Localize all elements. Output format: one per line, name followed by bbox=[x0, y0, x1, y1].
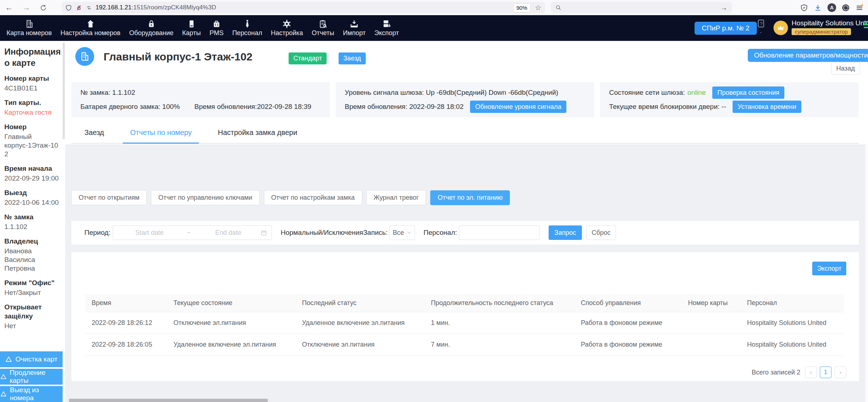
pocket-shield-icon[interactable] bbox=[800, 4, 808, 12]
nav-label: PMS bbox=[209, 29, 223, 37]
vertical-scrollbar-track[interactable] bbox=[865, 144, 868, 402]
nav-label: Настройка bbox=[271, 29, 303, 37]
reports-icon bbox=[318, 19, 328, 29]
nav-item-staff[interactable]: Персонал bbox=[228, 15, 267, 41]
record-type-select[interactable]: Все bbox=[389, 225, 415, 240]
nav-item-cards[interactable]: Карты bbox=[178, 15, 205, 41]
subtab-power-report[interactable]: Отчет по эл. питанию bbox=[430, 190, 510, 205]
subtab-key-management-report[interactable]: Отчет по управлению ключами bbox=[151, 190, 259, 205]
date-range-input[interactable]: Start date ~ End date bbox=[113, 225, 272, 240]
end-date-input[interactable]: End date bbox=[196, 229, 260, 237]
settings-gear-icon bbox=[282, 19, 292, 29]
nav-item-settings[interactable]: Настройка bbox=[267, 15, 307, 41]
url-bar[interactable]: 192.168.1.21:1515/room/zpCK48Mlyq4%3D 90… bbox=[62, 2, 545, 13]
nav-item-export[interactable]: Экспорт bbox=[370, 15, 403, 41]
import-icon bbox=[349, 19, 359, 29]
page-number-button[interactable]: 1 bbox=[820, 367, 831, 378]
nav-label: Оборудование bbox=[129, 29, 173, 37]
subtab-lock-settings-report[interactable]: Отчет по настройкам замка bbox=[264, 190, 362, 205]
subtab-openings-report[interactable]: Отчет по открытиям bbox=[71, 190, 147, 205]
nav-item-equipment[interactable]: Оборудование bbox=[125, 15, 178, 41]
set-time-button[interactable]: Установка времени bbox=[733, 101, 801, 113]
user-info[interactable]: Hospitality Solutions United суперадмини… bbox=[792, 19, 868, 35]
room-type-badge: Стандарт bbox=[289, 52, 327, 64]
tab-door-lock-settings[interactable]: Настройка замка двери bbox=[210, 122, 304, 144]
cards-icon bbox=[187, 19, 196, 29]
firefox-logo-icon[interactable] bbox=[842, 4, 850, 12]
field-checkout: Выезд 2022-10-06 14:00 bbox=[4, 188, 61, 207]
browser-reload-icon[interactable] bbox=[40, 4, 47, 11]
nav-item-import[interactable]: Импорт bbox=[339, 15, 370, 41]
clipped-menu-icon bbox=[864, 21, 868, 30]
nav-item-rooms-setup[interactable]: Настройка номеров bbox=[56, 15, 125, 41]
export-button[interactable]: Экспорт bbox=[812, 262, 846, 275]
search-icon bbox=[555, 4, 562, 11]
sidebar-scrollbar[interactable] bbox=[63, 42, 65, 139]
room-building-icon bbox=[75, 47, 94, 66]
battery-value: 100% bbox=[162, 103, 180, 111]
reset-button[interactable]: Сброс bbox=[586, 225, 616, 240]
nav-label: Отчеты bbox=[312, 29, 334, 37]
calendar-icon bbox=[260, 229, 267, 236]
svg-text:?: ? bbox=[760, 21, 762, 26]
door-block-value: -- bbox=[721, 103, 726, 111]
field-card-type: Тип карты. Карточка гостя bbox=[4, 98, 61, 117]
nav-label: Карта номеров bbox=[7, 29, 52, 37]
user-role-badge: суперадминистратор bbox=[792, 28, 851, 35]
browser-account-icon[interactable]: A bbox=[827, 3, 836, 12]
filter-bar: Период: Start date ~ End date Нормальный… bbox=[71, 221, 859, 245]
extend-card-button[interactable]: Продление карты bbox=[0, 369, 63, 385]
record-type-label: Нормальный/ИсключенияЗапись: bbox=[281, 229, 388, 237]
staff-label: Персонал: bbox=[424, 229, 457, 237]
browser-forward-icon[interactable]: → bbox=[22, 3, 30, 12]
page-title: Главный корпус-1 Этаж-102 bbox=[104, 51, 252, 63]
permissions-icon[interactable] bbox=[85, 4, 92, 11]
tab-content-area: Отчет по открытиям Отчет по управлению к… bbox=[65, 144, 868, 402]
main-content: Главный корпус-1 Этаж-102 Стандарт Заезд… bbox=[65, 41, 868, 402]
staff-input[interactable] bbox=[459, 225, 540, 240]
back-button[interactable]: Назад bbox=[831, 62, 860, 75]
start-date-input[interactable]: Start date bbox=[117, 229, 182, 237]
downloads-icon[interactable] bbox=[814, 4, 822, 12]
bookmark-star-icon[interactable]: ☆ bbox=[535, 3, 541, 12]
prev-page-button[interactable]: ‹ bbox=[805, 367, 817, 378]
next-page-button[interactable]: › bbox=[835, 367, 846, 378]
insecure-lock-icon[interactable] bbox=[75, 4, 82, 11]
staff-tie-icon bbox=[243, 19, 252, 29]
field-start-time: Время начала 2022-09-29 19:00 bbox=[4, 164, 61, 183]
field-owner: Владелец Иванова Василиса Петровна bbox=[4, 237, 61, 273]
tab-room-reports[interactable]: Отчеты по номеру bbox=[123, 122, 199, 144]
clear-cards-button[interactable]: Очистка карт bbox=[0, 351, 63, 367]
lock-info-panel: № замка: 1.1.102 Батарея дверного замка:… bbox=[71, 82, 330, 117]
tracking-shield-icon[interactable] bbox=[65, 4, 72, 11]
chevron-down-icon bbox=[407, 230, 411, 235]
card-action-icon bbox=[0, 390, 7, 398]
user-avatar[interactable] bbox=[773, 21, 788, 35]
help-icon[interactable]: ? . bbox=[755, 19, 766, 33]
checkout-room-button[interactable]: Выезд из номера bbox=[0, 386, 63, 402]
check-status-button[interactable]: Проверка состояния bbox=[712, 86, 784, 99]
nav-label: Экспорт bbox=[374, 29, 399, 37]
browser-toolbar: ← → 192.168.1.21:1515/room/zpCK48Mlyq4%3… bbox=[0, 0, 868, 15]
table-header-row: Время Текущее состояние Последний статус… bbox=[85, 294, 844, 312]
refresh-signal-button[interactable]: Обновление уровня сигнала bbox=[470, 101, 566, 113]
zoom-level-badge[interactable]: 90% bbox=[513, 3, 531, 12]
update-params-button[interactable]: Обновление параметров/мощности/времени bbox=[748, 49, 868, 62]
nav-item-rooms-map[interactable]: Карта номеров bbox=[2, 15, 56, 41]
workstation-button[interactable]: СПиР р.м. № 2 bbox=[695, 22, 757, 35]
nav-item-pms[interactable]: PMS bbox=[205, 15, 228, 41]
search-go-icon[interactable]: → bbox=[720, 4, 727, 12]
browser-search-input[interactable]: → bbox=[551, 2, 732, 13]
horizontal-scrollbar[interactable] bbox=[69, 399, 268, 402]
rooms-setup-icon bbox=[86, 19, 95, 29]
equipment-lock-icon bbox=[147, 19, 156, 29]
subtab-alarm-log[interactable]: Журнал тревог bbox=[366, 190, 426, 205]
browser-back-icon[interactable]: ← bbox=[5, 3, 13, 12]
tab-checkin[interactable]: Заезд bbox=[77, 122, 111, 144]
nav-label: Карты bbox=[182, 29, 201, 37]
query-button[interactable]: Запрос bbox=[549, 225, 582, 240]
menu-hamburger-icon[interactable] bbox=[855, 4, 864, 12]
nav-item-reports[interactable]: Отчеты bbox=[307, 15, 339, 41]
nav-label: Импорт bbox=[343, 29, 366, 37]
url-text[interactable]: 192.168.1.21:1515/room/zpCK48Mlyq4%3D bbox=[96, 4, 513, 11]
